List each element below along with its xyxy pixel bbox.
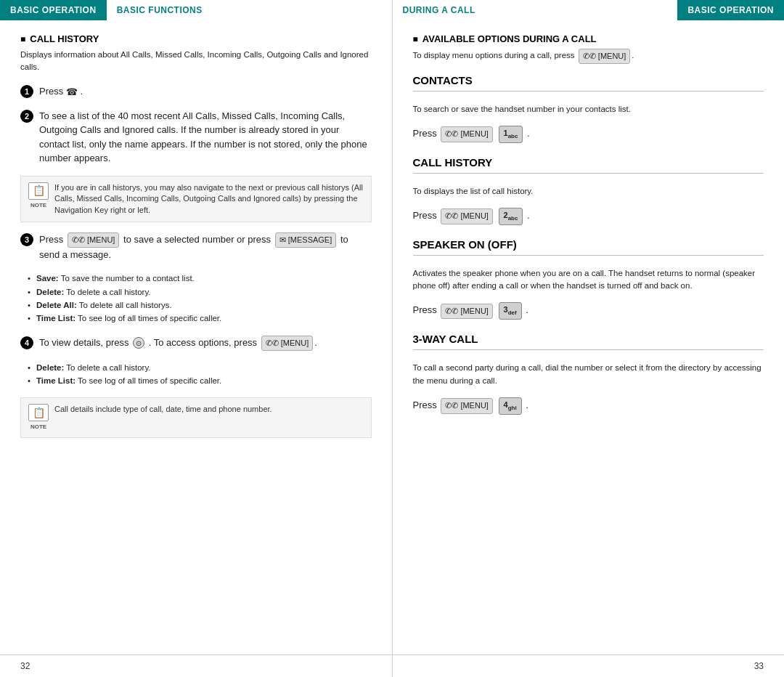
note-2: 📋 NOTE Call details include type of call… <box>20 397 372 437</box>
step-4: 4 To view details, press ⊙ . To access o… <box>20 336 372 351</box>
note-icon-1: 📋 NOTE <box>28 182 49 209</box>
left-page-number: 32 <box>20 661 30 671</box>
way-call-desc: To call a second party during a call, di… <box>413 362 764 387</box>
contacts-menu-btn: ✆✆ [MENU] <box>441 126 493 142</box>
call-history-title: CALL HISTORY <box>20 33 372 44</box>
left-header: BASIC OPERATION BASIC FUNCTIONS <box>0 0 392 20</box>
speaker-key: 3def <box>499 302 522 320</box>
bullet-save: Save: To save the number to a contact li… <box>28 272 372 285</box>
step-3-text: Press ✆✆ [MENU] to save a selected numbe… <box>39 232 372 262</box>
note-book-icon-2: 📋 <box>28 404 49 421</box>
speaker-press-line: Press ✆✆ [MENU] 3def . <box>413 302 764 320</box>
note-icon-2: 📋 NOTE <box>28 404 49 431</box>
right-page-number: 33 <box>754 661 764 671</box>
way-call-press-line: Press ✆✆ [MENU] 4ghi . <box>413 397 764 415</box>
speaker-desc: Activates the speaker phone when you are… <box>413 267 764 293</box>
speaker-divider <box>413 255 764 256</box>
contacts-title: CONTACTS <box>413 74 764 86</box>
avail-menu-btn: ✆✆ [MENU] <box>579 49 631 64</box>
avail-options-title: AVAILABLE OPTIONS DURING A CALL <box>413 33 764 44</box>
phone-icon-1: ☎ <box>66 86 78 97</box>
bullet-delete: Delete: To delete a call history. <box>28 285 372 299</box>
step-4-number: 4 <box>20 336 33 349</box>
call-history-press-line: Press ✆✆ [MENU] 2abc . <box>413 208 764 225</box>
contacts-key: 1abc <box>499 126 523 143</box>
bullet-list-1: Save: To save the number to a contact li… <box>28 272 372 325</box>
message-button: ✉ [MESSAGE] <box>275 232 337 248</box>
call-history-key: 2abc <box>499 208 523 225</box>
right-content: AVAILABLE OPTIONS DURING A CALL To displ… <box>393 33 785 654</box>
way-call-divider <box>413 349 764 350</box>
bullet-time-list-2: Time List: To see log of all times of sp… <box>28 374 372 387</box>
speaker-menu-btn: ✆✆ [MENU] <box>441 304 493 320</box>
call-history-divider <box>413 173 764 174</box>
note-book-icon: 📋 <box>28 182 49 200</box>
note-1: 📋 NOTE If you are in call historys, you … <box>20 176 372 222</box>
step-3: 3 Press ✆✆ [MENU] to save a selected num… <box>20 232 372 262</box>
step-1-number: 1 <box>20 85 33 98</box>
way-call-key: 4ghi <box>499 397 522 415</box>
bullet-time-list: Time List: To see log of all times of sp… <box>28 312 372 325</box>
note-2-text: Call details include type of call, date,… <box>54 404 272 415</box>
speaker-title: SPEAKER ON (OFF) <box>413 238 764 251</box>
step-3-number: 3 <box>20 233 33 246</box>
bullet-list-2: Delete: To delete a call history. Time L… <box>28 361 372 388</box>
right-header-basic: BASIC OPERATION <box>677 0 784 20</box>
step-2: 2 To see a list of the 40 most recent Al… <box>20 109 372 166</box>
right-page: DURING A CALL BASIC OPERATION AVAILABLE … <box>393 0 785 677</box>
step-1: 1 Press ☎ . <box>20 84 372 99</box>
call-history-menu-btn: ✆✆ [MENU] <box>441 208 493 224</box>
left-content: CALL HISTORY Displays information about … <box>0 33 392 654</box>
call-history-right-title: CALL HISTORY <box>413 156 764 169</box>
left-header-secondary: BASIC FUNCTIONS <box>107 0 213 20</box>
left-footer: 32 <box>0 654 392 677</box>
contacts-divider <box>413 91 764 92</box>
step-1-text: Press ☎ . <box>39 84 83 99</box>
call-history-right-desc: To displays the list of call history. <box>413 185 764 198</box>
right-header-during: DURING A CALL <box>393 0 486 20</box>
left-page: BASIC OPERATION BASIC FUNCTIONS CALL HIS… <box>0 0 393 677</box>
call-history-desc: Displays information about All Calls, Mi… <box>20 49 372 74</box>
contacts-desc: To search or save the handset number in … <box>413 103 764 115</box>
nav-icon: ⊙ <box>133 337 144 349</box>
way-call-menu-btn: ✆✆ [MENU] <box>441 398 493 414</box>
right-footer: 33 <box>393 654 785 677</box>
avail-options-desc: To display menu options during a call, p… <box>413 49 764 64</box>
bullet-delete-2: Delete: To delete a call history. <box>28 361 372 374</box>
step-4-text: To view details, press ⊙ . To access opt… <box>39 336 317 351</box>
left-header-primary: BASIC OPERATION <box>0 0 107 20</box>
menu-button-4: ✆✆ [MENU] <box>261 336 314 351</box>
menu-button-3: ✆✆ [MENU] <box>68 232 120 248</box>
note-1-text: If you are in call historys, you may als… <box>54 182 364 216</box>
right-header: DURING A CALL BASIC OPERATION <box>393 0 785 20</box>
step-2-number: 2 <box>20 110 33 123</box>
contacts-press-line: Press ✆✆ [MENU] 1abc . <box>413 126 764 143</box>
way-call-title: 3-WAY CALL <box>413 333 764 345</box>
bullet-delete-all: Delete All: To delete all call historys. <box>28 299 372 312</box>
step-2-text: To see a list of the 40 most recent All … <box>39 109 372 166</box>
